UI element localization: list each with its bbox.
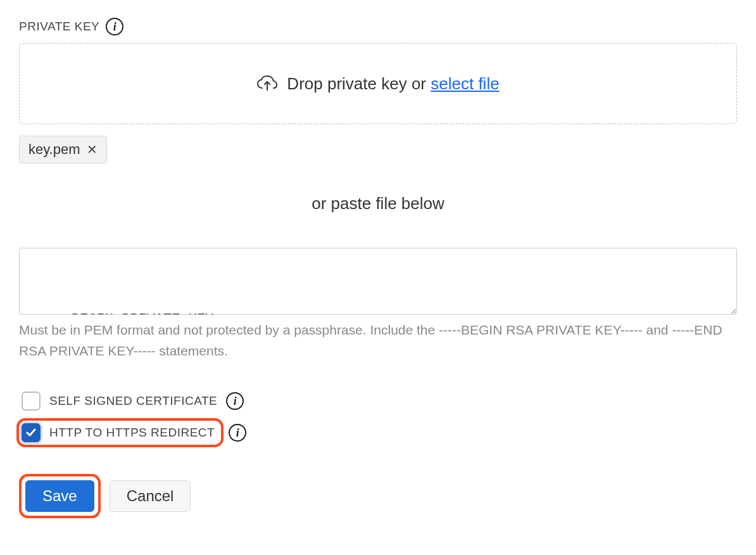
private-key-label: PRIVATE KEY	[19, 20, 99, 34]
self-signed-row: SELF SIGNED CERTIFICATE i	[19, 388, 737, 414]
info-icon[interactable]: i	[226, 392, 244, 410]
dropzone-text: Drop private key or select file	[287, 74, 499, 94]
ssl-config-form: PRIVATE KEY i Drop private key or select…	[0, 0, 756, 544]
private-key-dropzone[interactable]: Drop private key or select file	[19, 43, 737, 124]
checkbox-group: SELF SIGNED CERTIFICATE i HTTP TO HTTPS …	[19, 388, 737, 447]
button-row: Save Cancel	[19, 474, 737, 518]
https-redirect-label: HTTP TO HTTPS REDIRECT	[49, 426, 215, 440]
private-key-label-row: PRIVATE KEY i	[19, 18, 737, 35]
file-chip-name: key.pem	[28, 141, 80, 158]
info-icon[interactable]: i	[106, 18, 123, 35]
self-signed-checkbox[interactable]	[22, 392, 41, 411]
info-icon[interactable]: i	[229, 424, 246, 442]
cancel-button[interactable]: Cancel	[110, 480, 191, 512]
private-key-helper: Must be in PEM format and not protected …	[19, 320, 737, 361]
remove-file-icon[interactable]: ✕	[87, 143, 98, 156]
https-redirect-checkbox[interactable]	[22, 423, 41, 442]
https-redirect-row: HTTP TO HTTPS REDIRECT	[16, 418, 224, 447]
uploaded-file-chip: key.pem ✕	[19, 136, 107, 163]
select-file-link[interactable]: select file	[431, 74, 499, 93]
private-key-textarea[interactable]: -----BEGIN PRIVATE KEY----- M RZ	[19, 248, 737, 315]
pem-line-1: -----BEGIN PRIVATE KEY-----	[30, 307, 726, 315]
https-redirect-wrap: HTTP TO HTTPS REDIRECT i	[19, 418, 737, 447]
or-paste-label: or paste file below	[19, 194, 737, 214]
save-button[interactable]: Save	[25, 480, 94, 512]
self-signed-label: SELF SIGNED CERTIFICATE	[49, 394, 217, 408]
cloud-upload-icon	[256, 75, 278, 92]
dropzone-prefix: Drop private key or	[287, 74, 431, 93]
save-highlight: Save	[19, 474, 101, 518]
